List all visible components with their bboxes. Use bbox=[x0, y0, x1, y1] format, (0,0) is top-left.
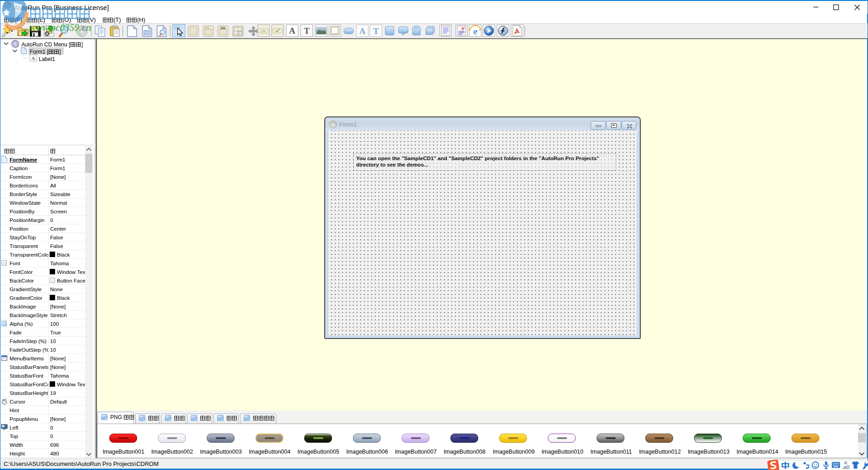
svg-text:A: A bbox=[359, 26, 366, 36]
svg-text:e: e bbox=[473, 26, 477, 37]
svg-text:A: A bbox=[461, 26, 464, 31]
svg-text:T: T bbox=[373, 26, 379, 36]
svg-text:A: A bbox=[289, 26, 296, 35]
svg-text:OK: OK bbox=[261, 30, 266, 33]
svg-text:T: T bbox=[304, 26, 310, 35]
svg-text:A: A bbox=[31, 56, 35, 61]
